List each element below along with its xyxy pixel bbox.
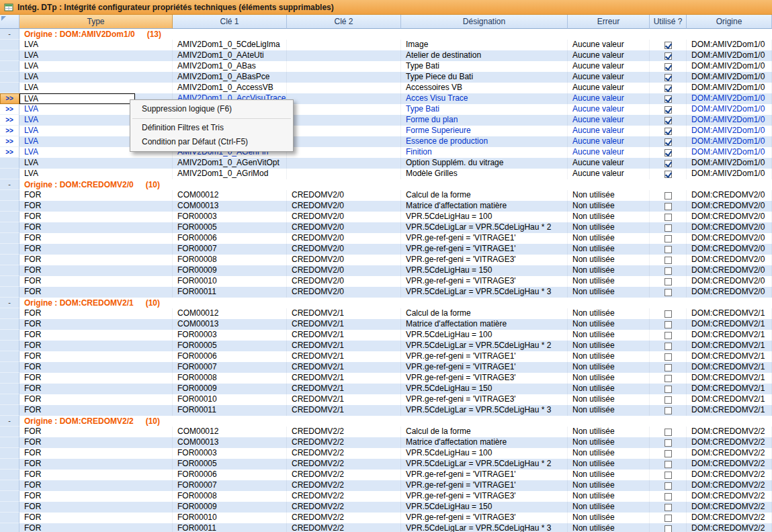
used-checkbox[interactable] bbox=[664, 364, 672, 371]
cell-designation[interactable]: VPR.ge-ref-geni = 'VITRAGE1' bbox=[401, 244, 568, 255]
cell-origine[interactable]: DOM:CREDOMV2/1 bbox=[687, 394, 772, 405]
row-selector[interactable] bbox=[0, 470, 19, 480]
cell-type[interactable]: FOR bbox=[19, 459, 173, 470]
cell-designation[interactable]: Option Supplém. du vitrage bbox=[401, 158, 568, 169]
used-checkbox[interactable] bbox=[664, 235, 672, 242]
cell-origine[interactable]: DOM:CREDOMV2/0 bbox=[687, 244, 772, 255]
row-selector[interactable] bbox=[0, 169, 19, 179]
cell-origine[interactable]: DOM:CREDOMV2/2 bbox=[687, 459, 772, 470]
cell-origine[interactable]: DOM:CREDOMV2/2 bbox=[687, 470, 772, 480]
cell-cle1[interactable]: FOR00008 bbox=[173, 255, 287, 265]
cell-origine[interactable]: DOM:CREDOMV2/2 bbox=[687, 480, 772, 491]
cell-cle2[interactable] bbox=[287, 72, 401, 83]
cell-cle2[interactable]: CREDOMV2/1 bbox=[287, 394, 401, 405]
cell-designation[interactable]: VPR.ge-ref-geni = 'VITRAGE1' bbox=[401, 362, 568, 373]
used-checkbox[interactable] bbox=[664, 42, 672, 49]
cell-designation[interactable]: VPR.ge-ref-geni = 'VITRAGE3' bbox=[401, 373, 568, 384]
cell-designation[interactable]: VPR.5CdeLigHau = 150 bbox=[401, 502, 568, 513]
cell-cle2[interactable]: CREDOMV2/0 bbox=[287, 255, 401, 265]
cell-origine[interactable]: DOM:AMIV2Dom1/0 bbox=[687, 72, 772, 83]
cell-designation[interactable]: VPR.5CdeLigHau = 150 bbox=[401, 265, 568, 276]
cell-cle1[interactable]: FOR00005 bbox=[173, 459, 287, 470]
cell-cle2[interactable] bbox=[287, 83, 401, 93]
cell-origine[interactable]: DOM:AMIV2Dom1/0 bbox=[687, 169, 772, 179]
used-checkbox[interactable] bbox=[664, 525, 672, 532]
cell-designation[interactable]: VPR.5CdeLigLar = VPR.5CdeLigHau * 2 bbox=[401, 222, 568, 233]
used-checkbox[interactable] bbox=[664, 128, 672, 135]
cell-cle2[interactable]: CREDOMV2/2 bbox=[287, 513, 401, 523]
cell-cle1[interactable]: COM00013 bbox=[173, 319, 287, 330]
cell-origine[interactable]: DOM:CREDOMV2/2 bbox=[687, 427, 772, 437]
row-selector[interactable] bbox=[0, 362, 19, 373]
row-selector[interactable] bbox=[0, 83, 19, 93]
row-selector[interactable]: >> bbox=[0, 147, 19, 158]
cell-erreur[interactable]: Non utilisée bbox=[568, 308, 650, 319]
cell-cle2[interactable]: CREDOMV2/2 bbox=[287, 480, 401, 491]
cell-origine[interactable]: DOM:CREDOMV2/0 bbox=[687, 287, 772, 298]
row-selector[interactable] bbox=[0, 459, 19, 470]
cell-type[interactable]: FOR bbox=[19, 394, 173, 405]
row-selector[interactable]: >> bbox=[0, 115, 19, 126]
cell-erreur[interactable]: Aucune valeur bbox=[568, 136, 650, 147]
cell-origine[interactable]: DOM:CREDOMV2/0 bbox=[687, 212, 772, 222]
cell-cle1[interactable]: FOR00009 bbox=[173, 265, 287, 276]
cell-cle1[interactable]: COM00012 bbox=[173, 190, 287, 201]
cell-designation[interactable]: Image bbox=[401, 40, 568, 50]
cell-origine[interactable]: DOM:AMIV2Dom1/0 bbox=[687, 136, 772, 147]
used-checkbox[interactable] bbox=[664, 353, 672, 361]
cell-origine[interactable]: DOM:CREDOMV2/0 bbox=[687, 190, 772, 201]
cell-cle2[interactable] bbox=[287, 115, 401, 126]
cell-erreur[interactable]: Non utilisée bbox=[568, 523, 650, 532]
cell-cle2[interactable]: CREDOMV2/1 bbox=[287, 330, 401, 341]
cell-designation[interactable]: VPR.ge-ref-geni = 'VITRAGE1' bbox=[401, 233, 568, 244]
cell-cle1[interactable]: COM00013 bbox=[173, 201, 287, 212]
row-selector[interactable] bbox=[0, 513, 19, 523]
cell-cle1[interactable]: AMIV2Dom1_0_AGriMod bbox=[173, 169, 287, 179]
cell-cle1[interactable]: FOR00003 bbox=[173, 212, 287, 222]
cell-cle2[interactable]: CREDOMV2/2 bbox=[287, 491, 401, 502]
group-collapse-toggle[interactable]: - bbox=[0, 179, 19, 190]
cell-designation[interactable]: VPR.5CdeLigLar = VPR.5CdeLigHau * 2 bbox=[401, 459, 568, 470]
row-selector[interactable] bbox=[0, 373, 19, 384]
cell-origine[interactable]: DOM:CREDOMV2/0 bbox=[687, 222, 772, 233]
used-checkbox[interactable] bbox=[664, 407, 672, 414]
cell-erreur[interactable]: Non utilisée bbox=[568, 330, 650, 341]
cell-type[interactable]: FOR bbox=[19, 384, 173, 394]
cell-designation[interactable]: VPR.ge-ref-geni = 'VITRAGE3' bbox=[401, 491, 568, 502]
cell-designation[interactable]: VPR.ge-ref-geni = 'VITRAGE1' bbox=[401, 470, 568, 480]
cell-erreur[interactable]: Non utilisée bbox=[568, 265, 650, 276]
used-checkbox[interactable] bbox=[664, 450, 672, 457]
used-checkbox[interactable] bbox=[664, 321, 672, 328]
cell-erreur[interactable]: Aucune valeur bbox=[568, 169, 650, 179]
cell-cle2[interactable]: CREDOMV2/0 bbox=[287, 244, 401, 255]
used-checkbox[interactable] bbox=[664, 171, 672, 178]
cell-cle2[interactable]: CREDOMV2/0 bbox=[287, 190, 401, 201]
cell-cle1[interactable]: FOR00007 bbox=[173, 362, 287, 373]
cell-erreur[interactable]: Non utilisée bbox=[568, 276, 650, 287]
group-collapse-toggle[interactable]: - bbox=[0, 416, 19, 427]
cell-erreur[interactable]: Aucune valeur bbox=[568, 104, 650, 115]
row-selector[interactable] bbox=[0, 502, 19, 513]
row-selector[interactable] bbox=[0, 201, 19, 212]
cell-designation[interactable]: VPR.5CdeLigHau = 100 bbox=[401, 212, 568, 222]
cell-type[interactable]: FOR bbox=[19, 523, 173, 532]
cell-cle2[interactable]: CREDOMV2/2 bbox=[287, 502, 401, 513]
used-checkbox[interactable] bbox=[664, 515, 672, 522]
row-selector[interactable] bbox=[0, 405, 19, 416]
used-checkbox[interactable] bbox=[664, 85, 672, 92]
cell-cle2[interactable]: CREDOMV2/0 bbox=[287, 233, 401, 244]
cell-type[interactable]: LVA bbox=[19, 83, 173, 93]
row-selector[interactable] bbox=[0, 319, 19, 330]
cell-cle1[interactable]: AMIV2Dom1_0_5CdeLigIma bbox=[173, 40, 287, 50]
cell-cle2[interactable]: CREDOMV2/2 bbox=[287, 448, 401, 459]
cell-designation[interactable]: Acces Visu Trace bbox=[401, 93, 568, 104]
cell-type[interactable]: FOR bbox=[19, 244, 173, 255]
cell-origine[interactable]: DOM:CREDOMV2/1 bbox=[687, 373, 772, 384]
cell-type[interactable]: FOR bbox=[19, 502, 173, 513]
cell-cle2[interactable] bbox=[287, 126, 401, 136]
cell-designation[interactable]: VPR.5CdeLigLar = VPR.5CdeLigHau * 3 bbox=[401, 523, 568, 532]
cell-cle1[interactable]: FOR00010 bbox=[173, 394, 287, 405]
cell-cle1[interactable]: FOR00006 bbox=[173, 233, 287, 244]
row-selector[interactable] bbox=[0, 158, 19, 169]
cell-designation[interactable]: Matrice d'affectation matière bbox=[401, 319, 568, 330]
